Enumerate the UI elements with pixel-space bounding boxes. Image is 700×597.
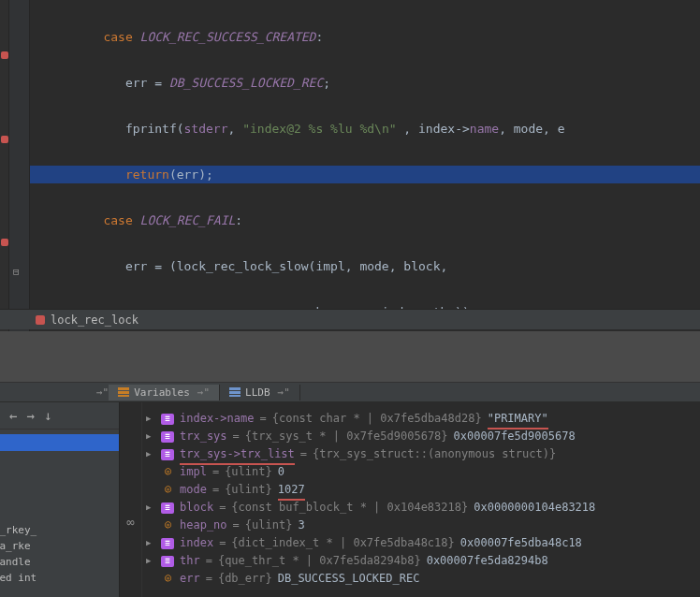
code-editor[interactable]: case LOCK_REC_SUCCESS_CREATED: err = DB_… [30, 0, 700, 332]
file-tab-label: lock_rec_lock [51, 313, 139, 327]
file-tab-bar: lock_rec_lock [0, 309, 700, 329]
var-value: 0x00007fe5d9005678 [454, 428, 576, 445]
variables-tree[interactable]: ▶ ≡ index->name = {const char * | 0x7fe5… [142, 402, 700, 597]
tab-lldb[interactable]: LLDB →" [220, 385, 300, 400]
var-value: 0 [278, 463, 284, 481]
variables-side-icons: ∞ [120, 402, 142, 597]
watch-icon: ≡ [161, 431, 174, 443]
var-mode[interactable]: ⦾ mode = {ulint} 1027 [146, 481, 696, 499]
frames-panel[interactable]: ← → ↓ gned int, ha_rkey_ gned long, ha_r… [0, 402, 120, 597]
pin-icon[interactable]: →" [278, 386, 290, 399]
nav-next-icon[interactable]: → [26, 408, 34, 423]
pin-arrow-icon[interactable]: →" [96, 386, 109, 399]
tab-variables[interactable]: Variables →" [109, 385, 220, 400]
svg-rect-1 [118, 391, 129, 394]
var-value: "PRIMARY" [488, 410, 548, 428]
frame-item[interactable]: nge*, unsigned int [0, 570, 115, 586]
c-file-icon [36, 315, 45, 325]
struct-icon: ≡ [161, 556, 174, 567]
error-stripe [0, 0, 9, 332]
code-line: err = (lock_rec_lock_slow(impl, mode, bl… [30, 257, 700, 275]
code-line-selected: return(err); [30, 166, 700, 183]
var-err[interactable]: ⦾ err = {db_err} DB_SUCCESS_LOCKED_REC [146, 570, 696, 588]
file-tab-lock-rec-lock[interactable]: lock_rec_lock [26, 312, 148, 328]
var-impl[interactable]: ⦾ impl = {ulint} 0 [146, 463, 696, 481]
var-trx-sys-trx-list[interactable]: ▶ ≡ trx_sys->trx_list = {trx_sys_struct:… [146, 445, 696, 463]
debugger-tab-bar: →" Variables →" LLDB →" [0, 382, 700, 402]
expand-icon[interactable]: ▶ [146, 499, 155, 517]
nav-prev-icon[interactable]: ← [9, 408, 17, 423]
tab-label: LLDB [245, 386, 270, 399]
error-mark-icon [1, 136, 8, 143]
code-line: case LOCK_REC_SUCCESS_CREATED: [30, 28, 700, 46]
nav-down-icon[interactable]: ↓ [44, 408, 51, 423]
var-heap-no[interactable]: ⦾ heap_no = {ulint} 3 [146, 517, 696, 534]
local-icon: ⦾ [161, 574, 174, 585]
splitter[interactable] [0, 331, 700, 382]
expand-icon[interactable]: ▶ [146, 552, 155, 570]
svg-rect-0 [118, 387, 129, 390]
watch-icon: ≡ [161, 414, 174, 425]
link-icon[interactable]: ∞ [120, 515, 141, 530]
gutter: ⊟ [9, 0, 30, 332]
svg-rect-3 [229, 387, 241, 390]
frames-list: gned int, ha_rkey_ gned long, ha_rke ool… [0, 522, 115, 586]
code-line: case LOCK_REC_FAIL: [30, 211, 700, 229]
code-line: fprintf(stderr, "index@2 %s %lu %d\n" , … [30, 120, 700, 138]
struct-icon: ≡ [161, 538, 174, 549]
var-value: 0x0000000104e83218 [474, 499, 595, 517]
error-mark-icon [1, 51, 8, 59]
expand-icon[interactable]: ▶ [146, 534, 155, 552]
editor-area: ⊟ case LOCK_REC_SUCCESS_CREATED: err = D… [0, 0, 700, 332]
frame-item[interactable]: gned long, ha_rke [0, 538, 115, 554]
local-icon: ⦾ [161, 467, 174, 478]
debugger-panel: ← → ↓ gned int, ha_rkey_ gned long, ha_r… [0, 402, 700, 597]
var-thr[interactable]: ▶ ≡ thr = {que_thr_t * | 0x7fe5da8294b8}… [146, 552, 696, 570]
frame-selected[interactable] [0, 434, 119, 451]
frame-nav-bar: ← → ↓ [0, 402, 119, 430]
svg-rect-5 [229, 395, 241, 397]
var-index-name[interactable]: ▶ ≡ index->name = {const char * | 0x7fe5… [146, 410, 696, 428]
var-value: 1027 [278, 481, 305, 499]
variables-view: ∞ ▶ ≡ index->name = {const char * | 0x7f… [120, 402, 700, 597]
code-line: err = DB_SUCCESS_LOCKED_REC; [30, 74, 700, 92]
variables-icon [118, 387, 129, 397]
var-value: DB_SUCCESS_LOCKED_REC [278, 570, 420, 588]
expand-icon[interactable]: ▶ [146, 410, 155, 428]
expand-icon[interactable]: ▶ [146, 445, 155, 463]
var-value: 0x00007fe5da8294b8 [427, 552, 548, 570]
fold-icon[interactable]: ⊟ [13, 266, 24, 277]
error-mark-icon [1, 239, 8, 246]
var-block[interactable]: ▶ ≡ block = {const buf_block_t * | 0x104… [146, 499, 696, 517]
lldb-icon [229, 387, 241, 397]
watch-icon: ≡ [161, 449, 174, 460]
frame-item[interactable]: ool, bool) handle [0, 554, 115, 570]
expand-icon[interactable]: ▶ [146, 428, 155, 445]
struct-icon: ≡ [161, 502, 174, 514]
frame-item[interactable]: gned int, ha_rkey_ [0, 522, 115, 538]
svg-rect-4 [229, 391, 241, 394]
local-icon: ⦾ [161, 520, 174, 531]
var-index[interactable]: ▶ ≡ index = {dict_index_t * | 0x7fe5dba4… [146, 534, 696, 552]
var-value: 3 [298, 517, 304, 534]
tab-label: Variables [134, 386, 190, 399]
svg-rect-2 [118, 395, 129, 397]
local-icon: ⦾ [161, 485, 174, 496]
var-trx-sys[interactable]: ▶ ≡ trx_sys = {trx_sys_t * | 0x7fe5d9005… [146, 428, 696, 445]
pin-icon[interactable]: →" [197, 386, 210, 399]
var-value: 0x00007fe5dba48c18 [460, 534, 582, 552]
